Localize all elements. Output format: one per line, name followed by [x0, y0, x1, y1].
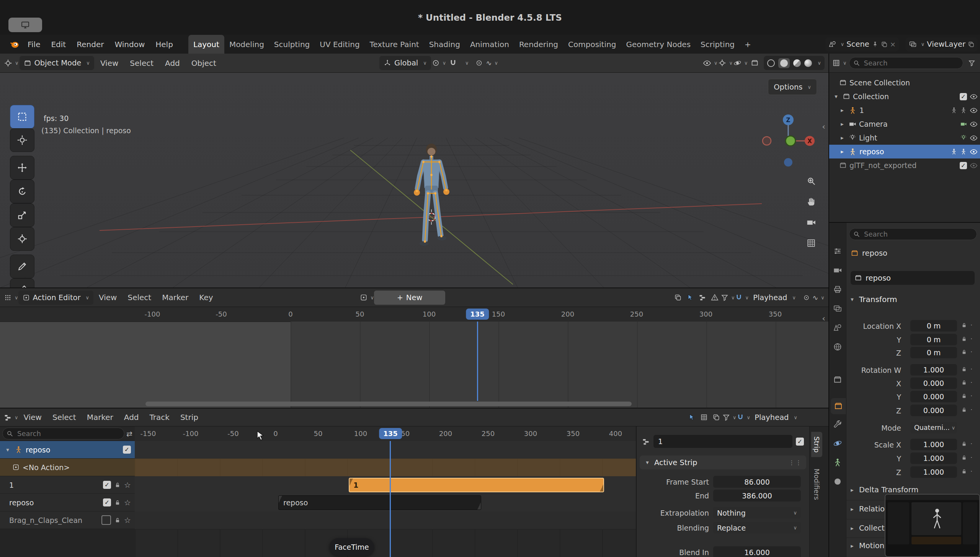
snap-toggle-button[interactable]	[447, 56, 459, 70]
dopesheet-menu-marker[interactable]: Marker	[157, 288, 194, 307]
scale-y-field[interactable]: 1.000	[910, 452, 957, 464]
tab-modifiers[interactable]: Modifiers	[811, 464, 822, 505]
animate-dot[interactable]: ·	[970, 440, 972, 448]
shading-rendered-button[interactable]	[804, 59, 812, 67]
nla-track-reposo[interactable]: ▾ reposo ✓	[0, 441, 135, 459]
animate-dot[interactable]: ·	[970, 322, 972, 329]
errors-warning-icon[interactable]	[709, 291, 721, 305]
tool-move[interactable]	[10, 156, 34, 180]
properties-search-input[interactable]	[849, 228, 977, 240]
snap-target-dropdown[interactable]: Playhead ∨	[749, 291, 800, 305]
delta-transform-panel[interactable]: ▸ Delta Transform	[848, 485, 918, 494]
workspace-tab-compositing[interactable]: Compositing	[563, 35, 621, 54]
overlays-button[interactable]: ∨	[733, 56, 748, 70]
outliner-search[interactable]	[849, 57, 963, 69]
expand-caret-icon[interactable]: ▸	[838, 148, 846, 155]
animate-dot[interactable]: ·	[970, 406, 972, 413]
dopesheet-mode-dropdown[interactable]: Action Editor ∨	[18, 291, 94, 305]
active-strip-panel-header[interactable]: ▾ Active Strip ⋮⋮	[640, 456, 806, 469]
pivot-point-button[interactable]: ∨	[432, 56, 446, 70]
nla-canvas[interactable]: 1 reposo	[135, 441, 636, 557]
lock-icon[interactable]	[114, 499, 121, 506]
tool-annotate[interactable]	[10, 255, 34, 278]
rotation-mode-dropdown[interactable]: Quaterni...∨	[910, 422, 957, 433]
strip-enable-checkbox[interactable]: ✓	[796, 438, 804, 446]
character-model[interactable]	[395, 140, 468, 255]
proportional-falloff-button[interactable]: ∿∨	[486, 56, 498, 70]
strip-name-field[interactable]: 1	[653, 435, 792, 448]
animate-dot[interactable]: ·	[970, 366, 972, 373]
falloff-button[interactable]: ∿∨	[812, 291, 825, 305]
options-button[interactable]: Options ∨	[768, 79, 817, 95]
outliner-row-gltf[interactable]: glTF_not_exported ✓	[829, 158, 980, 172]
outliner-row-scene-collection[interactable]: Scene Collection	[829, 76, 980, 90]
mode-dropdown[interactable]: Object Mode ∨	[20, 56, 94, 70]
blend-in-field[interactable]: 16.000	[713, 546, 801, 557]
only-selected-icon[interactable]	[686, 410, 698, 425]
nla-ruler[interactable]	[135, 426, 636, 441]
dopesheet-h-scrollbar[interactable]	[145, 402, 632, 406]
object-name-field[interactable]: reposo	[851, 271, 975, 285]
transform-panel-header[interactable]: ▾ Transform	[848, 295, 897, 304]
outliner-row-reposo[interactable]: ▸ reposo	[829, 145, 980, 158]
solo-star-icon[interactable]: ☆	[124, 516, 131, 524]
workspace-tab-layout[interactable]: Layout	[188, 35, 224, 54]
tool-select-box[interactable]	[10, 105, 34, 129]
rotation-y-field[interactable]: 0.000	[910, 391, 957, 402]
eye-icon[interactable]	[970, 162, 978, 170]
outliner-filter-button[interactable]	[965, 56, 978, 70]
lock-icon[interactable]	[961, 441, 967, 447]
orthographic-toggle-button[interactable]	[802, 234, 820, 252]
tab-object-data[interactable]	[833, 458, 842, 467]
tool-cursor[interactable]	[10, 128, 34, 152]
nla-search-input[interactable]	[2, 428, 124, 439]
workspace-tab-uv-editing[interactable]: UV Editing	[315, 35, 364, 54]
tool-scale[interactable]	[10, 203, 34, 227]
editor-type-button[interactable]: ∨	[4, 291, 18, 305]
outliner-row-collection[interactable]: ▾ Collection ✓	[829, 90, 980, 103]
editor-type-button[interactable]: ∨	[832, 56, 847, 70]
nla-menu-select[interactable]: Select	[47, 408, 82, 426]
lock-icon[interactable]	[114, 517, 121, 524]
viewport-menu-object[interactable]: Object	[186, 54, 222, 72]
dopesheet-menu-view[interactable]: View	[93, 288, 122, 307]
nla-menu-marker[interactable]: Marker	[82, 408, 119, 426]
add-workspace-button[interactable]: +	[740, 35, 756, 54]
outliner-search-input[interactable]	[849, 57, 963, 69]
workspace-tab-rendering[interactable]: Rendering	[514, 35, 563, 54]
workspace-tab-modeling[interactable]: Modeling	[224, 35, 269, 54]
solo-star-icon[interactable]: ☆	[124, 499, 131, 506]
expand-caret-icon[interactable]: ▸	[838, 134, 846, 141]
shading-material-button[interactable]	[793, 59, 801, 67]
tab-tool[interactable]	[833, 247, 842, 256]
shading-solid-button[interactable]	[778, 58, 790, 68]
properties-search[interactable]	[849, 228, 977, 240]
proportional-edit-button[interactable]	[800, 291, 812, 305]
lock-icon[interactable]	[961, 322, 967, 328]
current-frame-badge[interactable]: 135	[466, 309, 489, 320]
track-enable-checkbox[interactable]: ✓	[101, 515, 111, 525]
view-mode-icon[interactable]	[698, 410, 710, 425]
nla-strip-action[interactable]: 1	[349, 478, 604, 492]
viewport-menu-add[interactable]: Add	[160, 54, 185, 72]
frame-end-field[interactable]: 386.000	[713, 490, 801, 501]
tab-modifiers[interactable]	[833, 420, 842, 429]
workspace-tab-scripting[interactable]: Scripting	[696, 35, 740, 54]
tab-output[interactable]	[833, 285, 842, 294]
location-z-field[interactable]: 0 m	[910, 347, 957, 358]
outliner-row-light[interactable]: ▸ Light	[829, 131, 980, 145]
nla-menu-view[interactable]: View	[18, 408, 47, 426]
action-selector-button[interactable]: ∨	[360, 291, 374, 305]
workspace-tab-geometry-nodes[interactable]: Geometry Nodes	[621, 35, 696, 54]
blending-dropdown[interactable]: Replace∨	[713, 522, 801, 534]
frame-start-field[interactable]: 86.000	[713, 476, 801, 488]
scale-x-field[interactable]: 1.000	[910, 439, 957, 450]
solo-star-icon[interactable]: ☆	[124, 481, 131, 489]
viewlayer-selector[interactable]: ∨ ViewLayer	[906, 38, 978, 51]
eye-icon[interactable]	[970, 148, 978, 156]
animate-dot[interactable]: ·	[970, 335, 972, 343]
viewport-canvas[interactable]: fps: 30 (135) Collection | reposo Option…	[0, 73, 828, 287]
extrapolation-dropdown[interactable]: Nothing∨	[713, 507, 801, 519]
lock-icon[interactable]	[961, 349, 967, 355]
tab-physics[interactable]	[833, 439, 842, 448]
